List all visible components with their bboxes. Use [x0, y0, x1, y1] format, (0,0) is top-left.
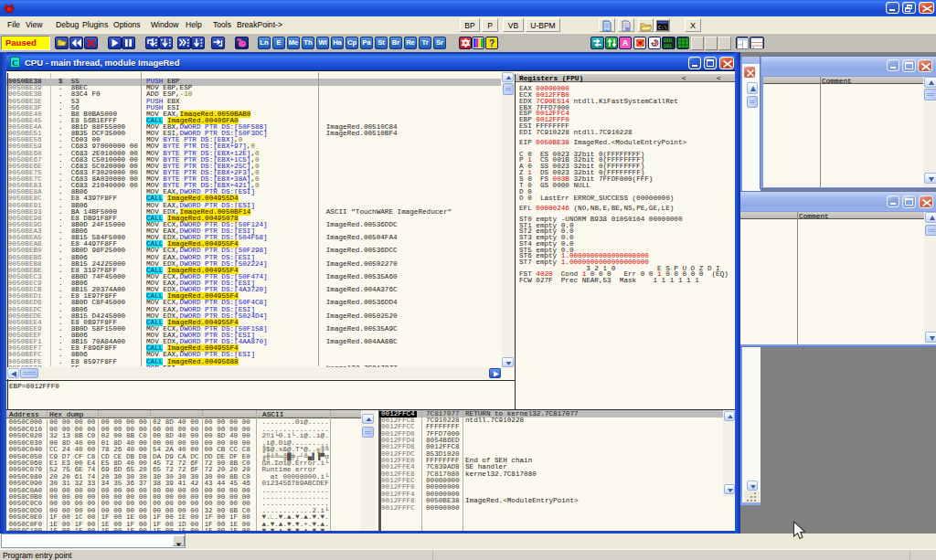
svg-text:C:\: C:\	[658, 25, 667, 31]
svg-text:101: 101	[664, 44, 672, 49]
